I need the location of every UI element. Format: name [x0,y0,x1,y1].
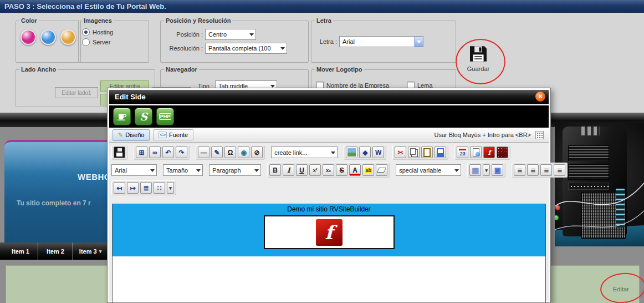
guardar-button[interactable]: Guardar [466,46,491,72]
hosting-label: Hosting [93,29,113,36]
step-title-bar: PASO 3 : Selecciona el Estilo de Tu Port… [0,0,644,13]
editar-lado1-button[interactable]: Editar lado1 [55,87,98,98]
swish-icon[interactable]: S [135,108,152,125]
nav-item-2[interactable]: Item 2 [38,243,73,260]
cut-icon[interactable]: ✂ [395,147,406,158]
cables [555,123,644,246]
superscript-icon[interactable]: x² [309,164,321,176]
underline-icon[interactable]: U [296,164,308,176]
source-code-icon: <> [159,132,167,138]
chevron-down-icon: ▾ [99,249,102,254]
chevron-down-icon [278,43,287,53]
tab-fuente[interactable]: <> Fuente [153,129,193,140]
calendar-icon[interactable]: 23 [457,147,468,158]
chevron-down-icon [247,29,255,39]
hero-subtitle: Tu sitio completo en 7 r [17,199,91,207]
indent-icon[interactable]: ↦ [127,182,139,194]
imagenes-legend: Imagenes [82,17,114,24]
font-color-icon[interactable]: A [349,164,361,176]
mover-logotipo-legend: Mover Logotipo [315,66,364,73]
close-icon[interactable]: × [535,92,545,102]
letra-select[interactable]: Arial [339,36,423,47]
save-icon[interactable] [114,147,125,158]
caps-enter-hint: Usar Bloq Mayús + Intro para <BR> [434,132,531,138]
unlink-icon[interactable]: ⊘ [251,147,263,158]
imagenes-group: Imagenes Hosting Server [78,17,149,63]
paragraph-select[interactable]: Paragraph [209,164,261,176]
flash-insert-icon[interactable]: f [483,147,495,158]
resolucion-select[interactable]: Pantalla completa (100 [205,43,287,54]
outdent-icon[interactable]: ↤ [114,182,125,194]
dialog-title: Edit Side [115,93,146,101]
navegador-legend: Navegador [164,66,199,73]
undo-icon[interactable]: ↶ [162,147,174,158]
server-radio[interactable] [82,38,90,46]
fullscreen-icon[interactable]: ⊞ [136,147,147,158]
letra-group: Letra Letra : Arial [311,17,456,63]
eraser-icon[interactable] [376,164,387,176]
align-left-icon[interactable]: ≡ [514,164,525,176]
save-floppy-icon [469,46,488,62]
highlight-icon[interactable]: ab [362,164,374,176]
insert-link-icon[interactable]: ◉ [238,147,249,158]
editor-tab-bar: ✎ Diseño <> Fuente Usar Bloq Mayús + Int… [109,128,549,143]
font-select[interactable]: Arial [111,164,157,176]
posicion-legend: Posición y Resolución [164,17,232,24]
subscript-icon[interactable]: x₂ [323,164,334,176]
more-options-icon[interactable]: ▾ [167,182,174,194]
ordered-list-icon[interactable]: ≣ [140,182,152,194]
preview-page-icon[interactable] [470,147,482,158]
media-icon[interactable] [497,147,508,158]
coffee-icon[interactable] [113,108,131,125]
table-menu-icon[interactable]: ▾ [483,164,490,176]
table-icon[interactable]: ▦ [469,164,481,176]
paste-icon[interactable] [421,147,433,158]
hero-title: WEBHO [78,172,111,181]
insert-image-icon[interactable] [346,147,357,158]
align-justify-icon[interactable]: ≡ [554,164,565,176]
word-icon[interactable]: W [372,147,384,158]
hosting-radio[interactable] [82,28,90,36]
pen-icon[interactable]: ✎ [211,147,223,158]
chevron-down-icon [329,147,337,158]
table-select-icon[interactable]: ▣ [492,164,503,176]
dialog-title-bar: Edit Side × [109,90,549,104]
size-select[interactable]: Tamaño [163,164,203,176]
php-icon[interactable]: PHP [156,108,174,125]
redo-icon[interactable]: ↷ [176,147,187,158]
flash-logo-icon: f [316,219,343,246]
align-center-icon[interactable]: ≡ [527,164,539,176]
horizontal-rule-icon[interactable]: — [198,147,209,158]
screen: PASO 3 : Selecciona el Estilo de Tu Port… [0,0,644,303]
letra-label: Letra : [315,38,337,45]
create-link-select[interactable]: create link... [271,147,338,158]
posicion-group: Posición y Resolución Posición : Centro … [160,17,309,63]
paste-word-icon[interactable] [435,147,446,158]
tab-diseno[interactable]: ✎ Diseño [113,129,150,141]
align-right-icon[interactable]: ≡ [540,164,552,176]
bold-icon[interactable]: B [269,164,281,176]
chevron-down-icon [148,165,156,175]
posicion-select[interactable]: Centro [205,29,256,40]
grid-handle-icon[interactable] [535,131,544,139]
special-char-icon[interactable]: Ω [224,147,236,158]
color-swatch-blue[interactable] [40,29,56,45]
copy-icon[interactable] [408,147,420,158]
banner-title: Demo mi sitio RVSiteBuilder [113,204,545,213]
edit-side-dialog: Edit Side × S PHP ✎ Diseño [107,88,551,303]
editar-link[interactable]: Editar [613,286,629,292]
editor-canvas[interactable]: Demo mi sitio RVSiteBuilder f [112,204,546,302]
unordered-list-icon[interactable]: ∷ [154,182,165,194]
nav-item-1[interactable]: Item 1 [3,243,38,260]
strikethrough-icon[interactable]: S [336,164,347,176]
find-icon[interactable]: ∞ [149,147,161,158]
color-swatch-magenta[interactable] [21,29,36,45]
page-title: PASO 3 : Selecciona el Estilo de Tu Port… [0,0,644,11]
chevron-down-icon [452,165,461,175]
flash-diamond-icon[interactable]: ◆ [359,147,371,158]
italic-icon[interactable]: I [283,164,294,176]
color-swatch-orange[interactable] [60,29,76,45]
special-variable-select[interactable]: special variable [396,164,461,176]
nav-item-3[interactable]: Item 3 ▾ [73,243,108,260]
banner-logo-box: f [264,215,395,249]
